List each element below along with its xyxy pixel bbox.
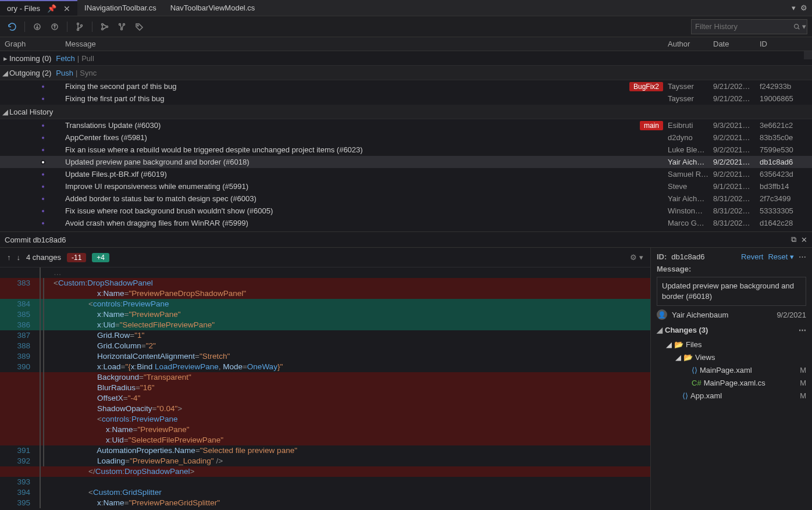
folder-icon: 📂 [674, 340, 683, 349]
filter-history-input[interactable]: ▾ [691, 19, 807, 34]
diff-toolbar: ↑ ↓ 4 changes -11 +4 ⚙ ▾ [0, 248, 650, 268]
commit-row[interactable]: Improve UI responsiveness while enumerat… [0, 180, 812, 192]
commit-row[interactable]: Added border to status bar to match desi… [0, 192, 812, 205]
tab-active[interactable]: ory - Files 📌 ✕ [0, 0, 77, 16]
caret-down-icon: ◢ [675, 353, 681, 362]
more-icon[interactable]: ⋯ [799, 252, 806, 261]
caret-down-icon: ◢ [2, 69, 8, 77]
commit-id: db1c8ad6 [671, 252, 704, 261]
chevron-down-icon[interactable]: ▾ [792, 3, 796, 12]
tab-file[interactable]: NavToolbarViewModel.cs [163, 0, 262, 16]
commit-row[interactable]: AppCenter fixes (#5981)d2dyno9/2/2021…83… [0, 131, 812, 144]
commit-row[interactable]: Translations Update (#6030)mainEsibruti9… [0, 119, 812, 131]
tab-label: ory - Files [7, 4, 40, 13]
svg-point-11 [137, 25, 138, 26]
refresh-icon[interactable] [5, 19, 20, 34]
commit-details: ID: db1c8ad6 Revert Reset ▾ ⋯ Message: U… [650, 248, 812, 510]
document-tabs: ory - Files 📌 ✕ INavigationToolbar.cs Na… [0, 0, 812, 16]
pull-icon[interactable] [47, 19, 62, 34]
svg-point-7 [106, 26, 108, 27]
svg-point-12 [795, 24, 799, 28]
fetch-link[interactable]: Fetch [56, 54, 75, 63]
col-date[interactable]: Date [713, 37, 760, 51]
filter-icon[interactable] [115, 19, 130, 34]
commit-message: Updated preview pane background and bord… [657, 277, 806, 306]
code-editor[interactable]: … 383<Custom:DropShadowPanel x:Name="Pre… [0, 268, 650, 510]
svg-point-5 [102, 23, 104, 25]
sync-link[interactable]: Sync [80, 69, 97, 77]
history-list: ▸ Incoming (0) Fetch|Pull ◢ Outgoing (2)… [0, 51, 812, 231]
tree-file[interactable]: C#MainPage.xaml.csM [657, 376, 806, 389]
caret-down-icon: ◢ [666, 340, 672, 349]
commit-row[interactable]: Fix issue where root background brush wo… [0, 205, 812, 217]
lines-removed: -11 [67, 253, 86, 262]
col-message[interactable]: Message [65, 37, 668, 51]
pull-link[interactable]: Pull [81, 54, 94, 63]
pin-icon[interactable]: 📌 [47, 4, 56, 13]
tree-file[interactable]: ⟨⟩App.xamlM [657, 389, 806, 402]
svg-point-2 [77, 23, 79, 24]
caret-right-icon: ▸ [2, 54, 8, 63]
col-author[interactable]: Author [668, 37, 713, 51]
restore-icon[interactable]: ⧉ [791, 235, 796, 244]
more-icon[interactable]: ⋯ [799, 326, 806, 334]
tab-file[interactable]: INavigationToolbar.cs [77, 0, 163, 16]
git-toolbar: ▾ [0, 16, 812, 37]
commit-row[interactable]: Update Files.pt-BR.xlf (#6019)Samuel R…9… [0, 168, 812, 180]
group-outgoing[interactable]: ◢ Outgoing (2) Push|Sync [0, 66, 812, 80]
xaml-file-icon: ⟨⟩ [692, 366, 697, 375]
commit-pane-header: Commit db1c8ad6 ⧉ ✕ [0, 231, 812, 248]
col-graph[interactable]: Graph [0, 37, 65, 51]
down-arrow-icon[interactable]: ↓ [17, 253, 21, 262]
col-id[interactable]: ID [760, 37, 812, 51]
branch-tag[interactable]: BugFix2 [629, 82, 663, 91]
changes-count: 4 changes [26, 253, 61, 262]
up-arrow-icon[interactable]: ↑ [7, 253, 11, 262]
group-incoming[interactable]: ▸ Incoming (0) Fetch|Pull [0, 51, 812, 66]
fetch-icon[interactable] [30, 19, 45, 34]
changes-tree: ◢📂Files ◢📂Views ⟨⟩MainPage.xamlM C#MainP… [657, 338, 806, 402]
commit-row[interactable]: Fixing the second part of this bugBugFix… [0, 80, 812, 92]
tag-icon[interactable] [132, 19, 147, 34]
tree-folder[interactable]: ◢📂Files [657, 338, 806, 351]
search-icon[interactable] [793, 23, 801, 31]
close-icon[interactable]: ✕ [63, 4, 70, 13]
gear-icon[interactable]: ⚙ [800, 3, 807, 12]
folder-icon: 📂 [683, 353, 693, 362]
commit-title: Commit db1c8ad6 [5, 236, 66, 244]
svg-point-4 [81, 24, 83, 26]
group-local[interactable]: ◢ Local History [0, 105, 812, 119]
filter-input[interactable] [695, 22, 793, 31]
svg-point-6 [102, 28, 104, 30]
caret-down-icon: ◢ [2, 108, 8, 116]
tree-folder[interactable]: ◢📂Views [657, 351, 806, 363]
commit-date: 9/2/2021 [777, 311, 806, 319]
svg-point-10 [121, 28, 123, 30]
xaml-file-icon: ⟨⟩ [682, 391, 688, 400]
tree-file[interactable]: ⟨⟩MainPage.xamlM [657, 363, 806, 376]
caret-down-icon[interactable]: ◢ [657, 326, 663, 334]
svg-point-3 [77, 28, 79, 30]
history-columns: Graph Message Author Date ID [0, 37, 812, 51]
cs-file-icon: C# [692, 379, 701, 387]
gear-icon[interactable]: ⚙ ▾ [630, 253, 643, 262]
commit-row[interactable]: Updated preview pane background and bord… [0, 156, 812, 168]
branch-tag[interactable]: main [640, 121, 663, 130]
lines-added: +4 [92, 253, 109, 262]
close-icon[interactable]: ✕ [801, 236, 807, 244]
diff-viewer: ↑ ↓ 4 changes -11 +4 ⚙ ▾ … 383<Custom:Dr… [0, 248, 650, 510]
reset-dropdown[interactable]: Reset ▾ [768, 252, 794, 261]
commit-row[interactable]: Fixing the first part of this bug Taysse… [0, 92, 812, 105]
push-link[interactable]: Push [56, 69, 73, 77]
commit-row[interactable]: Avoid crash when dragging files from Win… [0, 217, 812, 229]
revert-link[interactable]: Revert [741, 252, 763, 261]
avatar: 👤 [657, 309, 667, 320]
graph-toggle-icon[interactable] [97, 19, 112, 34]
scrollbar[interactable] [804, 51, 812, 59]
commit-row[interactable]: Fix an issue where a rebuild would be tr… [0, 144, 812, 156]
chevron-down-icon[interactable]: ▾ [802, 22, 806, 31]
branch-icon[interactable] [72, 19, 87, 34]
commit-author: Yair Aichenbaum [672, 311, 728, 319]
